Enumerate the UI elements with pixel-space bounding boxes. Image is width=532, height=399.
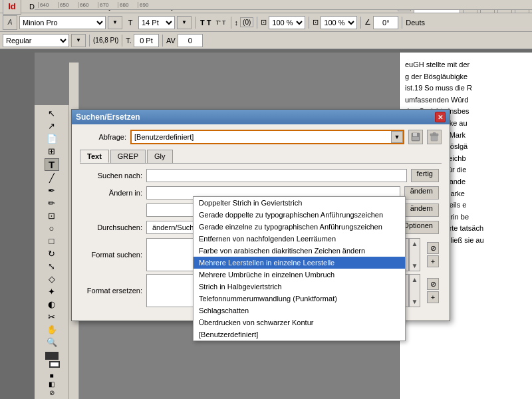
font-name-arrow[interactable]: ▼ xyxy=(108,16,122,29)
style-select[interactable]: Regular xyxy=(3,34,69,47)
direct-select-tool[interactable]: ↗ xyxy=(45,120,59,132)
dropdown-item-1[interactable]: Gerade doppelte zu typographischen Anfüh… xyxy=(194,209,405,221)
tracking-icon: ↕ xyxy=(235,19,239,27)
arrow-up-2-icon: ▲ xyxy=(412,276,418,283)
format-ersetzen-add-btn[interactable]: + xyxy=(427,291,439,303)
tools-panel: ↖ ↗ 📄 ⊞ T ╱ ✒ ✏ ⊡ ○ □ ↻ ⤡ ◇ ✦ ◐ ✂ ✋ 🔍 ■ … xyxy=(35,105,69,399)
ruler-horizontal: 640 650 660 670 680 690 xyxy=(35,0,532,10)
abfrage-input[interactable] xyxy=(130,130,404,144)
save-icon xyxy=(411,132,420,142)
svg-rect-2 xyxy=(412,137,419,140)
rect-tool[interactable]: □ xyxy=(45,235,59,247)
arrow-up-icon: ▲ xyxy=(412,240,418,247)
style-arrow[interactable]: ▼ xyxy=(71,34,86,47)
aendern-btn2[interactable]: ändern xyxy=(404,203,439,217)
style-T-large: T T xyxy=(200,19,211,27)
dropdown-item-11[interactable]: [Benutzerdefiniert] xyxy=(194,329,405,340)
font-size-arrow[interactable]: ▼ xyxy=(177,16,192,29)
aendern-btn1[interactable]: ändern xyxy=(404,186,439,200)
suchen-label: Suchen nach: xyxy=(82,172,142,180)
dialog-save-btn[interactable] xyxy=(408,130,423,144)
scale1-select[interactable]: 100 % xyxy=(269,16,305,29)
format-suchen-label: Format suchen: xyxy=(82,251,142,259)
apply-gradient-btn[interactable]: ◧ xyxy=(49,380,55,388)
kern-icon: AV xyxy=(166,37,176,45)
dialog-close-btn[interactable]: ✕ xyxy=(435,112,446,122)
page-tool[interactable]: 📄 xyxy=(45,133,59,144)
scale2-select[interactable]: 100 % xyxy=(321,16,357,29)
format-ersetzen-icons: ⊘ + xyxy=(427,278,439,303)
suchen-input[interactable] xyxy=(146,169,407,182)
dropdown-item-8[interactable]: Telefonnummerumwandlung (Punktformat) xyxy=(194,293,405,305)
baseline-icon: T. xyxy=(126,37,132,45)
dropdown-item-10[interactable]: Überdrucken von schwarzer Kontur xyxy=(194,317,405,329)
baseline-input[interactable] xyxy=(134,34,159,47)
fill-color[interactable] xyxy=(45,352,59,360)
toolbar-row1: A Minion Pro ▼ T 14 Pt ▼ T T T' T ↕ (0) … xyxy=(0,13,532,32)
select-tool[interactable]: ↖ xyxy=(45,108,59,119)
dropdown-item-7[interactable]: Strich in Halbgeviertstrich xyxy=(194,281,405,293)
tab-glyph[interactable]: Gly xyxy=(147,150,173,163)
svg-rect-5 xyxy=(433,133,436,135)
format-suchen-add-btn[interactable]: + xyxy=(427,255,439,267)
pencil-tool[interactable]: ✏ xyxy=(45,198,59,209)
dropdown-item-0[interactable]: Doppelter Strich in Geviertstrich xyxy=(194,197,405,209)
gradient-tool[interactable]: ◐ xyxy=(45,299,59,310)
dropdown-item-5[interactable]: Mehrere Leerstellen in einzelne Leerstel… xyxy=(194,257,405,269)
dropdown-item-4[interactable]: Farbe von arabischen diakritischen Zeich… xyxy=(194,245,405,257)
ruler-mark-3: 660 xyxy=(78,2,98,8)
dialog-title: Suchen/Ersetzen xyxy=(76,112,140,122)
dropdown-item-9[interactable]: Schlagschatten xyxy=(194,305,405,317)
font-size-select[interactable]: 14 Pt xyxy=(138,16,175,29)
scissors-tool[interactable]: ✂ xyxy=(45,311,59,323)
rect-frame-tool[interactable]: ⊡ xyxy=(45,210,59,221)
text-tool[interactable]: T xyxy=(45,158,59,171)
apply-none-btn[interactable]: ⊘ xyxy=(49,389,55,396)
format-ersetzen-arrows: ▲ ▼ xyxy=(409,275,420,307)
ruler-mark-5: 680 xyxy=(118,2,138,8)
dropdown-item-6[interactable]: Mehrere Umbrüche in einzelnen Umbruch xyxy=(194,269,405,281)
doc-line-3: ist.19 So muss die R xyxy=(405,82,527,94)
ruler-mark-2: 650 xyxy=(58,2,78,8)
zoom-tool[interactable]: 🔍 xyxy=(45,336,59,348)
angle-input[interactable] xyxy=(373,16,398,29)
durchsuchen-label: Durchsuchen: xyxy=(82,223,142,231)
apply-color-btn[interactable]: ■ xyxy=(49,372,53,379)
hand-tool[interactable]: ✋ xyxy=(45,324,59,335)
svg-rect-1 xyxy=(413,133,417,136)
stroke-color[interactable] xyxy=(49,361,60,368)
suchen-btn[interactable]: fertig xyxy=(411,169,439,182)
font-name-select[interactable]: Minion Pro xyxy=(19,16,106,29)
rotate-tool[interactable]: ↻ xyxy=(45,248,59,259)
ellipse-frame-tool[interactable]: ○ xyxy=(45,223,59,234)
dialog-delete-btn[interactable] xyxy=(427,130,442,144)
format-suchen-icons: ⊘ + xyxy=(427,242,439,267)
kern-input[interactable] xyxy=(178,34,203,47)
font-type-icon: T xyxy=(124,17,136,29)
tab-grep[interactable]: GREP xyxy=(110,150,146,163)
abfrage-select-container: ▼ xyxy=(130,130,404,144)
aendern-label: Ändern in: xyxy=(82,189,142,197)
scale-tool[interactable]: ⤡ xyxy=(45,261,59,272)
abfrage-dropdown-arrow[interactable]: ▼ xyxy=(391,131,403,143)
toolbar-row2: Regular ▼ (16,8 Pt) T. AV xyxy=(0,32,532,49)
format-suchen-clear-btn[interactable]: ⊘ xyxy=(427,242,439,254)
tracking-value: (0) xyxy=(240,17,253,27)
format-suchen-arrows: ▲ ▼ xyxy=(409,239,420,271)
lang-label: Deuts xyxy=(406,19,425,27)
delete-icon xyxy=(430,132,439,142)
pen-tool[interactable]: ✒ xyxy=(45,185,59,196)
dropdown-item-3[interactable]: Entfernen von nachfolgenden Leerräumen xyxy=(194,233,405,245)
tab-text[interactable]: Text xyxy=(80,150,109,163)
find-replace-dialog: Suchen/Ersetzen ✕ Abfrage: ▼ xyxy=(71,109,450,321)
gap-tool[interactable]: ⊞ xyxy=(45,146,59,157)
format-ersetzen-clear-btn[interactable]: ⊘ xyxy=(427,278,439,290)
tracking-label: (16,8 Pt) xyxy=(93,37,118,44)
tabs-row: Text GREP Gly xyxy=(80,150,442,164)
dropdown-item-2[interactable]: Gerade einzelne zu typographischen Anfüh… xyxy=(194,221,405,233)
line-tool[interactable]: ╱ xyxy=(45,172,59,184)
abfrage-label: Abfrage: xyxy=(80,133,126,141)
shear-tool[interactable]: ◇ xyxy=(45,273,59,285)
sample-tool[interactable]: ✦ xyxy=(45,286,59,297)
angle-icon: ∠ xyxy=(364,18,371,27)
